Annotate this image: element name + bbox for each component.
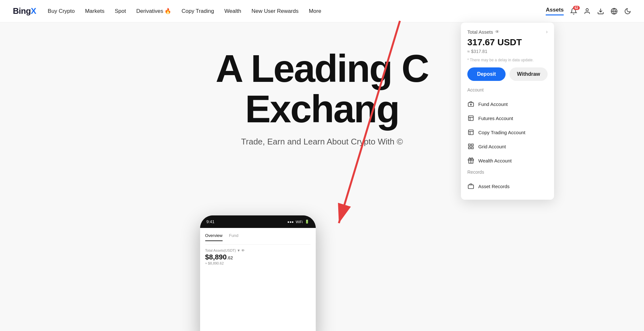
asset-records-label: Asset Records — [478, 184, 510, 189]
hero-text: A Leading C Exchang Trade, Earn and Lear… — [178, 48, 467, 147]
futures-account-label: Futures Account — [478, 116, 513, 121]
phone-content: Overview Fund Total Assets(USDT) ▼ 👁 $8,… — [200, 228, 316, 331]
phone-top-bar: 9:41 ●●● WiFi 🔋 — [200, 215, 316, 228]
phone-time: 9:41 — [207, 219, 215, 224]
futures-account-icon — [467, 115, 474, 122]
phone-assets-label: Total Assets(USDT) ▼ 👁 — [205, 248, 311, 252]
phone-amount-decimal: .62 — [227, 255, 233, 260]
moon-icon — [624, 8, 631, 15]
total-assets-text: Total Assets — [467, 29, 493, 35]
svg-rect-15 — [472, 147, 473, 149]
globe-icon — [611, 8, 618, 15]
fund-account-label: Fund Account — [478, 101, 508, 107]
language-button[interactable] — [611, 8, 618, 15]
nav-link-markets[interactable]: Markets — [85, 8, 104, 14]
hero-title-line1: A Leading C — [178, 48, 467, 89]
profile-button[interactable] — [584, 8, 591, 15]
menu-item-futures-account[interactable]: Futures Account — [467, 111, 548, 125]
fund-account-icon — [467, 100, 474, 108]
svg-rect-12 — [469, 144, 471, 146]
assets-amount: 317.67 USDT — [467, 37, 548, 48]
wealth-account-icon — [467, 157, 474, 164]
svg-rect-6 — [469, 116, 473, 121]
svg-point-0 — [586, 8, 588, 11]
phone-tab-fund[interactable]: Fund — [229, 233, 239, 241]
assets-dropdown-panel: Total Assets 👁 › 317.67 USDT ≈ $317.81 *… — [461, 22, 554, 200]
fire-icon: 🔥 — [164, 8, 171, 14]
theme-button[interactable] — [624, 8, 631, 15]
menu-item-asset-records[interactable]: Asset Records — [467, 179, 548, 193]
menu-item-grid-account[interactable]: Grid Account — [467, 139, 548, 153]
phone-mockup: 9:41 ●●● WiFi 🔋 Overview Fund Total Asse… — [200, 215, 316, 331]
notification-button[interactable]: 62 — [570, 8, 577, 15]
download-button[interactable] — [597, 8, 604, 15]
copy-trading-account-icon — [467, 129, 474, 136]
grid-account-icon — [467, 143, 474, 150]
delay-notice: * There may be a delay in data update. — [467, 58, 548, 62]
notification-badge: 62 — [573, 6, 580, 10]
phone-amount: $8,890.62 — [205, 253, 311, 261]
navbar: BingX Buy Crypto Markets Spot Derivative… — [0, 0, 644, 22]
download-icon — [597, 8, 604, 15]
menu-item-wealth-account[interactable]: Wealth Account — [467, 153, 548, 168]
hero-title-line2: Exchang — [178, 89, 467, 129]
navbar-right: Assets 62 — [546, 7, 631, 15]
nav-link-buy-crypto[interactable]: Buy Crypto — [48, 8, 75, 14]
wealth-account-label: Wealth Account — [478, 158, 512, 163]
phone-tab-overview[interactable]: Overview — [205, 233, 223, 241]
hero-subtitle: Trade, Earn and Learn About Crypto With … — [178, 137, 467, 147]
svg-rect-4 — [468, 103, 474, 107]
nav-link-more[interactable]: More — [309, 8, 321, 14]
nav-link-copy-trading[interactable]: Copy Trading — [181, 8, 214, 14]
svg-rect-9 — [469, 130, 473, 135]
copy-trading-account-label: Copy Trading Account — [478, 130, 525, 135]
phone-sub-amount: ≈ $8,890.62 — [205, 261, 311, 265]
action-buttons: Deposit Withdraw — [467, 67, 548, 81]
navbar-left: BingX Buy Crypto Markets Spot Derivative… — [13, 6, 321, 16]
account-section-label: Account — [467, 87, 548, 92]
records-section-label: Records — [467, 170, 548, 175]
assets-usd: ≈ $317.81 — [467, 49, 548, 54]
nav-link-new-user-rewards[interactable]: New User Rewards — [251, 8, 298, 14]
withdraw-button[interactable]: Withdraw — [509, 67, 548, 81]
nav-link-derivatives[interactable]: Derivatives 🔥 — [136, 8, 171, 14]
nav-link-derivatives-label: Derivatives — [136, 8, 163, 14]
svg-point-5 — [470, 104, 471, 105]
svg-rect-16 — [468, 185, 474, 189]
asset-records-icon — [467, 183, 474, 190]
svg-rect-14 — [469, 147, 471, 149]
hero-title: A Leading C Exchang — [178, 48, 467, 129]
chevron-right-icon[interactable]: › — [546, 29, 548, 35]
phone-amount-main: $8,890 — [205, 253, 227, 261]
menu-item-fund-account[interactable]: Fund Account — [467, 97, 548, 111]
user-icon — [584, 8, 591, 15]
phone-tabs: Overview Fund — [205, 233, 311, 245]
logo[interactable]: BingX — [13, 6, 36, 16]
svg-rect-13 — [472, 144, 473, 146]
eye-icon[interactable]: 👁 — [495, 29, 499, 34]
nav-link-spot[interactable]: Spot — [115, 8, 126, 14]
grid-account-label: Grid Account — [478, 144, 506, 149]
deposit-button[interactable]: Deposit — [467, 67, 506, 81]
total-assets-label: Total Assets 👁 — [467, 29, 499, 35]
nav-link-wealth[interactable]: Wealth — [224, 8, 241, 14]
total-assets-header: Total Assets 👁 › — [467, 29, 548, 35]
menu-item-copy-trading-account[interactable]: Copy Trading Account — [467, 125, 548, 139]
nav-links: Buy Crypto Markets Spot Derivatives 🔥 Co… — [48, 8, 322, 14]
assets-link[interactable]: Assets — [546, 7, 564, 15]
